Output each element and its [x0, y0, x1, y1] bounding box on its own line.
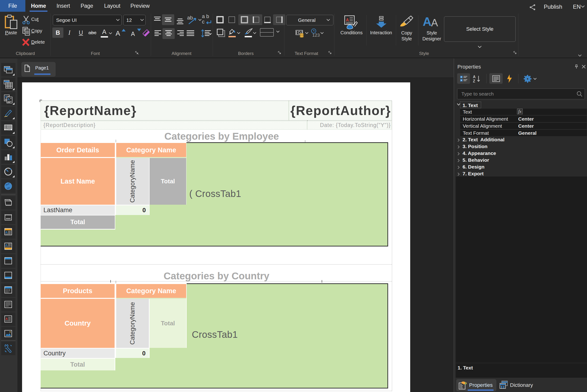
svg-text:Z: Z: [473, 79, 475, 83]
svg-text:A: A: [473, 75, 476, 79]
svg-text:12345: 12345: [5, 128, 11, 130]
svg-text:A: A: [8, 98, 10, 101]
svg-text:A: A: [346, 18, 349, 22]
svg-text:A: A: [6, 317, 8, 321]
svg-text:A: A: [6, 244, 8, 247]
svg-text:A: A: [6, 230, 8, 234]
